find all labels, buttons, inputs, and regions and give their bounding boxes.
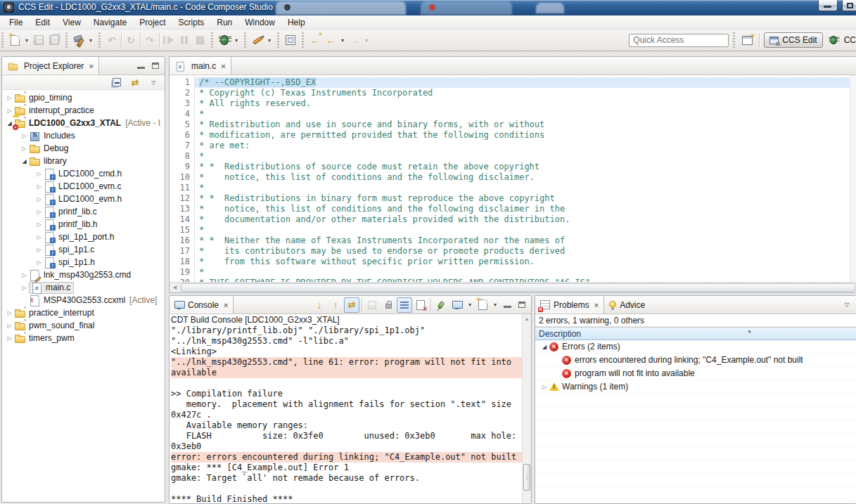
tree-item-LDC1000_evm.c[interactable]: ▷rLDC1000_evm.c [2, 180, 165, 193]
tree-item-printf_lib.c[interactable]: ▷rprintf_lib.c [2, 205, 165, 218]
close-icon[interactable]: × [224, 301, 228, 309]
collapsed-arrow-icon[interactable]: ▷ [5, 335, 14, 342]
collapsed-arrow-icon[interactable]: ▷ [5, 95, 14, 101]
collapsed-arrow-icon[interactable]: ▷ [34, 259, 44, 266]
console-output[interactable]: CDT Build Console [LDC1000_G2xx3_XTAL] "… [170, 314, 522, 503]
menu-file[interactable]: File [3, 16, 29, 29]
new-file-button[interactable] [7, 32, 23, 48]
scroll-lock-button[interactable] [381, 297, 396, 313]
tree-item-LDC1000_evm.h[interactable]: ▷rLDC1000_evm.h [2, 193, 165, 205]
tree-item-lnk_msp430g2553.cmd[interactable]: ▷lnk_msp430g2553.cmd [2, 269, 165, 281]
open-perspective-button[interactable] [739, 32, 755, 48]
code-line[interactable]: * [195, 109, 856, 119]
previous-console-button[interactable]: ↑ [328, 297, 343, 313]
suspend-button[interactable] [177, 32, 192, 48]
debug-dropdown[interactable]: ▾ [232, 32, 241, 48]
collapsed-arrow-icon[interactable]: ▷ [34, 247, 44, 253]
collapsed-arrow-icon[interactable]: ▷ [5, 310, 14, 316]
code-line[interactable]: * notice, this list of conditions and th… [195, 204, 856, 214]
collapsed-arrow-icon[interactable]: ▷ [20, 272, 29, 278]
code-line[interactable]: * [195, 151, 856, 162]
pin-console-button[interactable] [433, 297, 449, 313]
tab-problems[interactable]: Problems × [535, 296, 604, 314]
word-wrap-button[interactable] [397, 297, 412, 313]
scroll-left-icon[interactable]: ◀ [170, 283, 180, 292]
code-line[interactable]: * All rights reserved. [195, 98, 856, 109]
tree-item-LDC1000_G2xx3_XTAL[interactable]: ◢ᶜ×LDC1000_G2xx3_XTAL[Active - I [2, 117, 165, 129]
collapsed-arrow-icon[interactable]: ▷ [20, 146, 29, 152]
code-line[interactable]: * Copyright (c) Texas Instruments Incorp… [195, 88, 856, 98]
tab-main-c[interactable]: .c main.c × [170, 57, 231, 75]
code-line[interactable]: * [195, 267, 856, 278]
tree-item-timers_pwm[interactable]: ▷ᶜtimers_pwm [2, 332, 165, 344]
code-line[interactable]: * * Redistributions of source code must … [195, 162, 856, 172]
menu-run[interactable]: Run [210, 16, 238, 29]
tree-item-pwm_sound_final[interactable]: ▷ᶜpwm_sound_final [2, 319, 165, 332]
menu-project[interactable]: Project [133, 16, 172, 29]
view-menu-button[interactable]: ▽ [840, 299, 854, 311]
console-vertical-scrollbar[interactable]: ▲ [522, 314, 531, 503]
last-edit-location-button[interactable]: ← [307, 32, 323, 48]
forward-button[interactable]: → [347, 32, 362, 48]
scrollbar-thumb[interactable] [181, 283, 855, 292]
tree-item-spi_1p1.h[interactable]: ▷rspi_1p1.h [2, 256, 165, 269]
code-editor[interactable]: 1234567891011121314151617181920 /* --COP… [170, 75, 856, 282]
new-file-dropdown[interactable]: ▾ [23, 32, 31, 48]
collapsed-arrow-icon[interactable]: ▷ [34, 183, 44, 190]
maximize-view-button[interactable] [148, 60, 162, 72]
tree-item-practice_interrupt[interactable]: ▷ᶜpractice_interrupt [2, 306, 165, 319]
code-line[interactable]: * * Redistributions in binary form must … [195, 193, 856, 204]
save-all-button[interactable] [46, 32, 62, 48]
code-line[interactable]: * its contributors may be used to endors… [195, 246, 856, 257]
expanded-arrow-icon[interactable]: ◢ [539, 344, 549, 350]
expanded-arrow-icon[interactable]: ◢ [20, 158, 29, 164]
collapsed-arrow-icon[interactable]: ▷ [34, 221, 44, 228]
display-console-button[interactable] [449, 297, 465, 313]
code-line[interactable]: * are met: [195, 141, 856, 151]
quick-access-input[interactable] [629, 34, 729, 47]
close-icon[interactable]: × [221, 62, 225, 70]
tree-item-main.c[interactable]: ▷.cmain.c [2, 281, 165, 294]
menu-view[interactable]: View [56, 16, 87, 29]
save-button[interactable] [31, 32, 46, 48]
tree-item-MSP430G2553.ccxml[interactable]: tMSP430G2553.ccxml[Active] [2, 294, 165, 306]
code-line[interactable]: * from this software without specific pr… [195, 257, 856, 267]
debug-button[interactable] [217, 32, 232, 48]
next-console-button[interactable]: ↓ [312, 297, 327, 313]
tree-item-LDC1000_cmd.h[interactable]: ▷rLDC1000_cmd.h [2, 167, 165, 180]
forward-dropdown[interactable]: ▾ [362, 32, 371, 48]
open-console-button[interactable] [475, 297, 490, 313]
problems-row[interactable]: ▷Warnings (1 item) [535, 380, 856, 394]
menu-edit[interactable]: Edit [29, 16, 56, 29]
collapsed-arrow-icon[interactable]: ▷ [20, 285, 29, 291]
scroll-lock-save-button[interactable] [364, 297, 380, 313]
code-line[interactable]: /* --COPYRIGHT--,BSD_EX [195, 77, 856, 88]
tab-project-explorer[interactable]: Project Explorer × [2, 57, 99, 75]
link-with-editor-button[interactable]: ⇄ [128, 76, 142, 89]
problems-row[interactable]: ◢×Errors (2 items) [535, 340, 856, 354]
collapsed-arrow-icon[interactable]: ▷ [34, 234, 44, 240]
view-menu-button[interactable]: ▽ [146, 76, 160, 89]
open-console-dropdown[interactable]: ▾ [491, 297, 499, 313]
tab-console[interactable]: Console × [170, 296, 234, 314]
link-console-button[interactable]: ⇄ [344, 297, 359, 313]
resume-button[interactable] [161, 32, 177, 48]
scrollbar-thumb[interactable] [523, 464, 530, 491]
editor-horizontal-scrollbar[interactable]: ◀ [170, 282, 856, 292]
problems-row[interactable]: ×program will not fit into available [535, 367, 856, 380]
collapsed-arrow-icon[interactable]: ▷ [539, 384, 549, 390]
code-line[interactable]: * * Neither the name of Texas Instrument… [195, 235, 856, 246]
step-into-button[interactable]: ↶ [104, 32, 120, 48]
tree-item-library[interactable]: ◢library [2, 155, 165, 167]
tree-item-gpio_timing[interactable]: ▷ᶜgpio_timing [2, 91, 165, 104]
description-column-header[interactable]: Description ▲ [535, 327, 856, 340]
terminate-button[interactable] [192, 32, 207, 48]
tree-item-Debug[interactable]: ▷Debug [2, 142, 165, 155]
maximize-view-button[interactable] [515, 299, 529, 311]
close-icon[interactable]: × [594, 301, 599, 309]
target-config-view-button[interactable] [283, 32, 298, 48]
collapsed-arrow-icon[interactable]: ▷ [34, 171, 44, 177]
tree-item-spi_1p1_port.h[interactable]: ▷rspi_1p1_port.h [2, 231, 165, 243]
close-icon[interactable]: × [89, 62, 93, 70]
back-button[interactable]: ← [323, 32, 338, 48]
